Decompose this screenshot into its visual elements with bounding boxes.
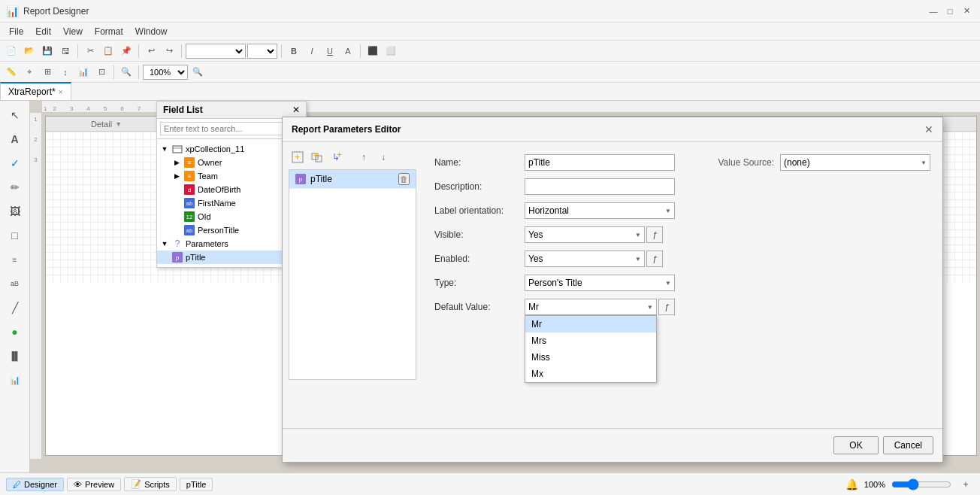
form-orientation-label: Label orientation: <box>434 205 525 216</box>
dialog-body: + + ↳+ ↑ ↓ p pTitle 🗑 <box>283 142 942 428</box>
default-value: Mr <box>528 302 539 312</box>
value-source-area: Value Source: (none) ▼ <box>712 148 937 422</box>
form-type-select[interactable]: Person's Title ▼ <box>525 275 675 291</box>
svg-text:+: + <box>313 151 319 161</box>
enabled-arrow: ▼ <box>635 256 641 263</box>
move-up-btn[interactable]: ↑ <box>355 148 373 166</box>
form-name-label: Name: <box>434 157 525 168</box>
dialog-left-panel: + + ↳+ ↑ ↓ p pTitle 🗑 <box>289 148 416 422</box>
param-list: p pTitle 🗑 <box>289 169 416 380</box>
value-source-arrow: ▼ <box>921 159 927 166</box>
form-row-default: Default Value: Mr ▼ ƒ Mr Mrs Miss Mx <box>434 299 694 315</box>
default-value-dropdown: Mr Mrs Miss Mx <box>525 315 657 383</box>
form-desc-input[interactable] <box>525 178 675 195</box>
type-arrow: ▼ <box>665 280 671 287</box>
visible-value: Yes <box>528 229 543 240</box>
dropdown-item-mrs[interactable]: Mrs <box>525 333 656 349</box>
form-row-orientation: Label orientation: Horizontal ▼ <box>434 202 694 219</box>
add-child-param-btn[interactable]: ↳+ <box>328 148 346 166</box>
dialog-toolbar: + + ↳+ ↑ ↓ <box>289 148 416 166</box>
dialog-form-area: Name: Description: Label orientation: Ho… <box>422 148 706 422</box>
dialog-title-bar: Report Parameters Editor ✕ <box>283 117 942 142</box>
value-source-label: Value Source: <box>718 157 775 168</box>
form-row-visible: Visible: Yes ▼ ƒ <box>434 226 694 243</box>
orientation-arrow: ▼ <box>665 208 671 214</box>
form-row-desc: Description: <box>434 178 694 195</box>
orientation-value: Horizontal <box>528 205 569 216</box>
form-row-enabled: Enabled: Yes ▼ ƒ <box>434 251 694 267</box>
type-value: Person's Title <box>528 278 582 288</box>
dialog-overlay: Report Parameters Editor ✕ + + ↳+ <box>0 0 980 495</box>
add-param-btn[interactable]: + <box>289 148 307 166</box>
param-delete-btn[interactable]: 🗑 <box>398 173 410 185</box>
form-enabled-select[interactable]: Yes ▼ <box>525 251 645 267</box>
form-enabled-label: Enabled: <box>434 254 525 264</box>
param-label: pTitle <box>310 174 332 184</box>
form-default-select[interactable]: Mr ▼ <box>525 299 657 315</box>
visible-fx-btn[interactable]: ƒ <box>646 226 663 243</box>
form-desc-label: Description: <box>434 181 525 192</box>
form-visible-select[interactable]: Yes ▼ <box>525 226 645 243</box>
dropdown-item-mr[interactable]: Mr <box>525 316 656 333</box>
move-down-btn[interactable]: ↓ <box>374 148 392 166</box>
value-source-value: (none) <box>784 157 810 168</box>
ok-button[interactable]: OK <box>833 436 878 454</box>
form-default-label: Default Value: <box>434 302 525 312</box>
enabled-fx-btn[interactable]: ƒ <box>646 251 663 267</box>
value-source-row: Value Source: (none) ▼ <box>718 154 931 171</box>
dialog-close-btn[interactable]: ✕ <box>924 123 933 135</box>
dropdown-item-miss[interactable]: Miss <box>525 349 656 366</box>
svg-text:+: + <box>337 151 342 160</box>
form-row-type: Type: Person's Title ▼ <box>434 275 694 291</box>
visible-arrow: ▼ <box>635 232 641 238</box>
svg-text:+: + <box>295 152 300 162</box>
default-value-container: Mr ▼ ƒ Mr Mrs Miss Mx <box>525 299 675 315</box>
report-parameters-dialog: Report Parameters Editor ✕ + + ↳+ <box>282 117 943 463</box>
param-item-ptitle[interactable]: p pTitle 🗑 <box>289 170 416 189</box>
form-type-label: Type: <box>434 278 525 288</box>
default-arrow: ▼ <box>647 304 653 311</box>
param-icon: p <box>295 174 306 184</box>
add-param-group-btn[interactable]: + <box>308 148 326 166</box>
dropdown-item-mx[interactable]: Mx <box>525 366 656 382</box>
form-visible-label: Visible: <box>434 229 525 240</box>
form-row-name: Name: <box>434 154 694 171</box>
cancel-button[interactable]: Cancel <box>883 436 933 454</box>
dialog-footer: OK Cancel <box>283 428 942 462</box>
dialog-title-text: Report Parameters Editor <box>292 124 401 135</box>
enabled-value: Yes <box>528 254 543 264</box>
value-source-select[interactable]: (none) ▼ <box>780 154 930 171</box>
form-orientation-select[interactable]: Horizontal ▼ <box>525 202 675 219</box>
toolbar-spacer <box>347 148 353 166</box>
form-name-input[interactable] <box>525 154 675 171</box>
default-fx-btn[interactable]: ƒ <box>658 299 675 315</box>
